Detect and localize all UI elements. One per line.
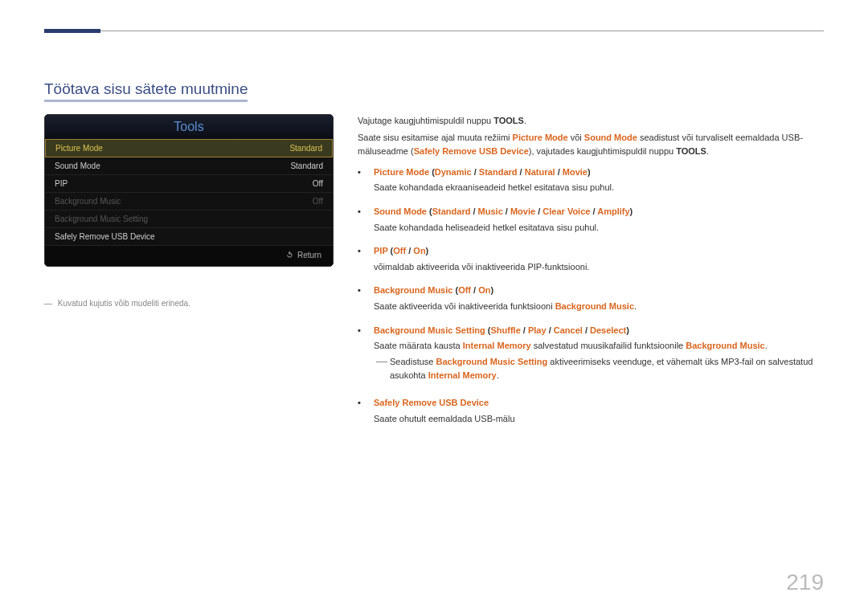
- row-value: Standard: [289, 144, 322, 153]
- two-column-layout: Tools Picture Mode Standard Sound Mode S…: [44, 114, 824, 435]
- dash-icon: ―: [44, 299, 52, 308]
- menu-row-safely-remove: Safely Remove USB Device: [45, 228, 333, 246]
- row-label: Background Music: [55, 197, 121, 206]
- bullet-sound-mode: • Sound Mode (Standard / Music / Movie /…: [358, 205, 824, 235]
- bullet-title: Background Music (Off / On): [374, 284, 824, 298]
- bullet-title: PIP (Off / On): [374, 244, 824, 259]
- menu-row-sound-mode: Sound Mode Standard: [45, 157, 333, 175]
- row-label: Background Music Setting: [55, 215, 148, 223]
- bullet-bg-music: • Background Music (Off / On) Saate akti…: [358, 284, 824, 313]
- bullet-desc: võimaldab aktiveerida või inaktiveerida …: [374, 260, 824, 275]
- bullet-marker: •: [358, 244, 374, 274]
- bullet-bg-music-setting: • Background Music Setting (Shuffle / Pl…: [358, 324, 824, 386]
- bullet-desc: Saate määrata kausta Internal Memory sal…: [374, 339, 824, 353]
- bullet-desc: Saate kohandada ekraaniseadeid hetkel es…: [374, 181, 824, 195]
- page-content: Töötava sisu sätete muutmine Tools Pictu…: [44, 80, 824, 435]
- return-label: Return: [297, 251, 321, 260]
- row-value: Off: [313, 179, 323, 188]
- header-rule: [44, 31, 824, 31]
- row-label: Safely Remove USB Device: [55, 232, 155, 241]
- caption-text: Kuvatud kujutis võib mudeliti erineda.: [58, 299, 190, 308]
- page-number: 219: [786, 570, 824, 595]
- tools-menu-title: Tools: [45, 115, 333, 139]
- image-caption: ― Kuvatud kujutis võib mudeliti erineda.: [44, 299, 334, 308]
- row-label: Picture Mode: [55, 144, 103, 153]
- right-column: Vajutage kaugjuhtimispuldil nuppu TOOLS.…: [358, 114, 824, 435]
- row-value: Standard: [290, 161, 323, 170]
- row-label: PIP: [55, 179, 68, 188]
- tools-menu-rows: Picture Mode Standard Sound Mode Standar…: [45, 139, 333, 246]
- bullet-marker: •: [358, 324, 374, 386]
- menu-row-pip: PIP Off: [45, 175, 333, 193]
- left-column: Tools Picture Mode Standard Sound Mode S…: [44, 114, 334, 435]
- row-label: Sound Mode: [55, 161, 100, 170]
- bullet-safely-remove: • Safely Remove USB Device Saate ohutult…: [358, 396, 824, 426]
- bullet-marker: •: [358, 205, 374, 235]
- tools-menu-footer: ↻ Return: [45, 246, 333, 266]
- bullet-marker: •: [358, 284, 374, 313]
- intro-para-1: Vajutage kaugjuhtimispuldil nuppu TOOLS.: [358, 114, 824, 129]
- bullet-desc: Saate kohandada heliseadeid hetkel esita…: [374, 221, 824, 235]
- bullet-title: Sound Mode (Standard / Music / Movie / C…: [374, 205, 824, 219]
- tools-menu-screenshot: Tools Picture Mode Standard Sound Mode S…: [44, 114, 334, 267]
- bullet-title: Background Music Setting (Shuffle / Play…: [374, 324, 824, 338]
- row-value: Off: [313, 197, 323, 206]
- bullet-picture-mode: • Picture Mode (Dynamic / Standard / Nat…: [358, 166, 824, 195]
- section-heading: Töötava sisu sätete muutmine: [44, 80, 248, 102]
- bullet-marker: •: [358, 166, 374, 195]
- menu-row-picture-mode: Picture Mode Standard: [45, 139, 333, 157]
- bullet-marker: •: [358, 396, 374, 426]
- return-icon: ↻: [285, 250, 295, 260]
- bullet-title: Picture Mode (Dynamic / Standard / Natur…: [374, 166, 824, 180]
- bullet-title: Safely Remove USB Device: [374, 396, 824, 411]
- bullet-pip: • PIP (Off / On) võimaldab aktiveerida v…: [358, 244, 824, 274]
- header-accent: [44, 29, 100, 33]
- dash-icon: ―: [374, 355, 390, 383]
- bullet-desc: Saate aktiveerida või inaktiveerida funk…: [374, 300, 824, 314]
- bullet-desc: Saate ohutult eemaldada USB-mälu: [374, 412, 824, 427]
- menu-row-bg-music-setting: Background Music Setting: [45, 210, 333, 228]
- bullet-list: • Picture Mode (Dynamic / Standard / Nat…: [358, 166, 824, 426]
- menu-row-bg-music: Background Music Off: [45, 193, 333, 210]
- intro-para-2: Saate sisu esitamise ajal muuta režiimi …: [358, 131, 824, 159]
- subnote: ― Seadistuse Background Music Setting ak…: [374, 355, 824, 383]
